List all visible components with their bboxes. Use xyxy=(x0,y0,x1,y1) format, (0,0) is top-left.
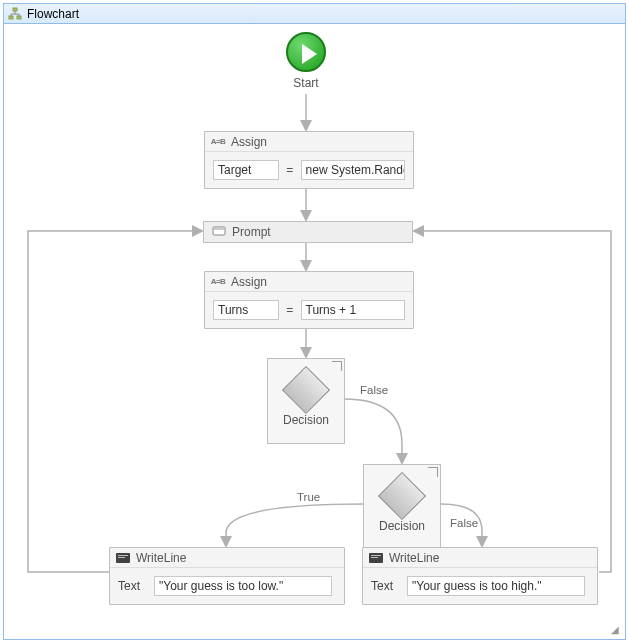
panel-title: Flowchart xyxy=(27,7,79,21)
svg-rect-1 xyxy=(9,16,13,19)
writeline-text-input[interactable]: "Your guess is too high." xyxy=(407,576,585,596)
prompt-icon xyxy=(212,225,226,240)
activity-header: A=B Assign xyxy=(205,272,413,292)
play-icon xyxy=(286,32,326,72)
svg-rect-6 xyxy=(118,555,128,556)
prompt-label: Prompt xyxy=(232,225,271,239)
svg-rect-10 xyxy=(371,557,378,558)
writeline-icon xyxy=(369,552,383,564)
edge-label-true: True xyxy=(297,491,320,503)
assign-value-input[interactable]: Turns + 1 xyxy=(301,300,405,320)
edge-label-false: False xyxy=(450,517,478,529)
assign-target-activity[interactable]: A=B Assign Target = new System.Random xyxy=(204,131,414,189)
activity-title: Assign xyxy=(231,135,267,149)
assign-to-input[interactable]: Target xyxy=(213,160,279,180)
text-label: Text xyxy=(118,579,148,593)
expand-icon[interactable] xyxy=(332,361,342,371)
writeline-icon xyxy=(116,552,130,564)
canvas[interactable]: Start A=B Assign Target = new System.Ran… xyxy=(4,24,625,639)
panel-header[interactable]: Flowchart xyxy=(4,4,625,24)
writeline-high-activity[interactable]: WriteLine Text "Your guess is too high." xyxy=(362,547,598,605)
edge-label-false: False xyxy=(360,384,388,396)
writeline-text-input[interactable]: "Your guess is too low." xyxy=(154,576,332,596)
activity-title: Assign xyxy=(231,275,267,289)
assign-icon: A=B xyxy=(211,276,225,288)
activity-header: WriteLine xyxy=(110,548,344,568)
assign-turns-activity[interactable]: A=B Assign Turns = Turns + 1 xyxy=(204,271,414,329)
svg-rect-9 xyxy=(371,555,381,556)
svg-rect-4 xyxy=(214,228,224,230)
expand-icon[interactable] xyxy=(428,467,438,477)
diamond-icon xyxy=(282,366,330,414)
flowchart-icon xyxy=(8,7,22,21)
activity-title: WriteLine xyxy=(136,551,186,565)
assign-to-input[interactable]: Turns xyxy=(213,300,279,320)
svg-rect-0 xyxy=(13,8,17,11)
decision-2[interactable]: Decision xyxy=(363,464,441,550)
start-label: Start xyxy=(286,76,326,90)
assign-icon: A=B xyxy=(211,136,225,148)
svg-rect-2 xyxy=(17,16,21,19)
text-label: Text xyxy=(371,579,401,593)
start-node[interactable]: Start xyxy=(286,32,326,90)
activity-header: WriteLine xyxy=(363,548,597,568)
writeline-low-activity[interactable]: WriteLine Text "Your guess is too low." xyxy=(109,547,345,605)
equals-label: = xyxy=(285,163,295,177)
resize-grip[interactable]: ◢ xyxy=(611,625,623,637)
assign-value-input[interactable]: new System.Random xyxy=(301,160,405,180)
equals-label: = xyxy=(285,303,295,317)
prompt-activity[interactable]: Prompt xyxy=(203,221,413,243)
flowchart-panel: Flowchart xyxy=(3,3,626,640)
activity-header: A=B Assign xyxy=(205,132,413,152)
decision-1[interactable]: Decision xyxy=(267,358,345,444)
decision-label: Decision xyxy=(268,413,344,427)
decision-label: Decision xyxy=(364,519,440,533)
svg-rect-7 xyxy=(118,557,125,558)
activity-title: WriteLine xyxy=(389,551,439,565)
diamond-icon xyxy=(378,472,426,520)
